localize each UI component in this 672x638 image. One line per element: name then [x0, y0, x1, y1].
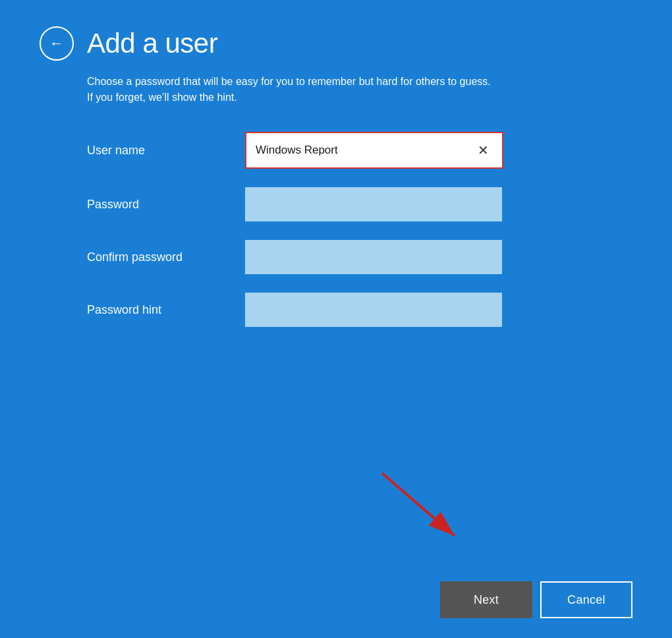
confirm-password-input[interactable] [245, 240, 502, 274]
clear-icon: ✕ [478, 142, 489, 158]
username-input[interactable] [246, 133, 464, 167]
arrow-annotation [369, 467, 468, 546]
username-label: User name [87, 144, 245, 158]
next-button[interactable]: Next [440, 581, 532, 618]
username-row: User name ✕ [87, 132, 632, 169]
confirm-password-label: Confirm password [87, 250, 245, 264]
cancel-button[interactable]: Cancel [540, 581, 632, 618]
password-input[interactable] [245, 187, 502, 221]
page-title: Add a user [87, 28, 217, 59]
password-hint-row: Password hint [87, 293, 632, 327]
svg-line-1 [382, 473, 455, 536]
confirm-password-row: Confirm password [87, 240, 632, 274]
clear-username-button[interactable]: ✕ [464, 133, 502, 167]
page-subtitle: Choose a password that will be easy for … [87, 74, 632, 105]
buttons-row: Next Cancel [440, 581, 632, 618]
back-button[interactable]: ← [40, 26, 74, 61]
password-row: Password [87, 187, 632, 221]
password-hint-input[interactable] [245, 293, 502, 327]
header: ← Add a user [40, 26, 632, 61]
subtitle-line1: Choose a password that will be easy for … [87, 76, 491, 87]
password-hint-label: Password hint [87, 303, 245, 317]
form-container: User name ✕ Password Confirm password Pa… [87, 132, 632, 327]
username-input-wrapper: ✕ [245, 132, 503, 169]
subtitle-line2: If you forget, we’ll show the hint. [87, 92, 237, 103]
back-arrow-icon: ← [49, 36, 64, 51]
password-label: Password [87, 198, 245, 212]
page-container: ← Add a user Choose a password that will… [0, 0, 672, 638]
